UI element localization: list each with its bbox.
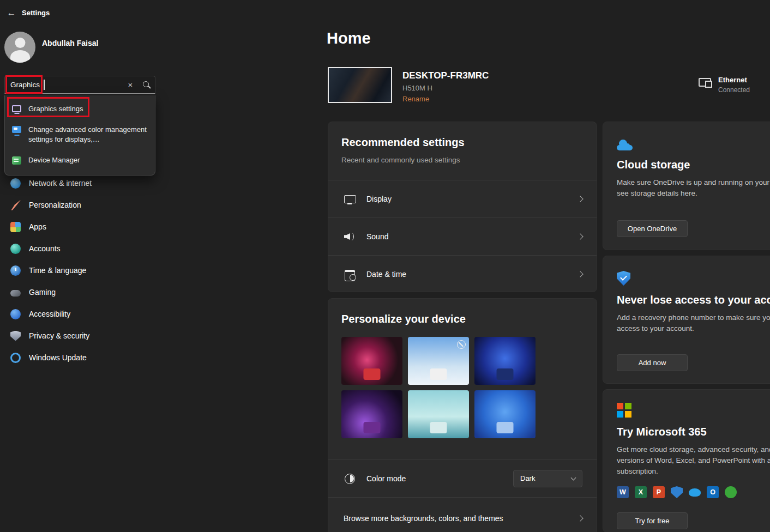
cloud-storage-card: Cloud storage Make sure OneDrive is up a… xyxy=(603,122,770,250)
sidebar-item-privacy-security[interactable]: Privacy & security xyxy=(3,325,159,347)
settings-row-label: Sound xyxy=(366,232,388,241)
theme-accent-swatch xyxy=(497,368,514,380)
update-icon xyxy=(10,353,21,363)
chevron-right-icon xyxy=(577,271,583,277)
onedrive-icon xyxy=(689,488,701,497)
avatar[interactable] xyxy=(4,32,35,63)
sidebar-item-gaming[interactable]: Gaming xyxy=(3,281,159,303)
ethernet-icon xyxy=(699,78,711,87)
rename-link[interactable]: Rename xyxy=(402,95,429,103)
sidebar-item-label: Accessibility xyxy=(29,310,70,318)
personalization-icon xyxy=(10,200,21,210)
recommended-subtitle: Recent and commonly used settings xyxy=(341,156,583,164)
family-safety-icon xyxy=(725,486,737,498)
chevron-down-icon xyxy=(571,475,576,480)
user-name: Abdullah Faisal xyxy=(42,39,98,47)
search-result-label: Device Manager xyxy=(28,155,80,165)
theme-thumbnail-windows-dark-theme[interactable] xyxy=(474,337,536,385)
browse-themes-label: Browse more backgrounds, colors, and the… xyxy=(344,514,503,523)
sidebar-item-network-internet[interactable]: Network & internet xyxy=(3,172,159,194)
shield-check-icon xyxy=(617,271,630,286)
devmgr-icon xyxy=(12,156,21,165)
search-box: × xyxy=(4,76,155,94)
theme-thumbnail-dark-floral-theme[interactable] xyxy=(341,337,402,385)
network-status-block[interactable]: Ethernet Connected xyxy=(699,76,750,94)
onedrive-cloud-icon xyxy=(617,140,633,150)
settings-row-display[interactable]: Display xyxy=(328,180,597,217)
back-button[interactable]: ← xyxy=(3,7,20,20)
personalize-card: Personalize your device Color mode Dark … xyxy=(328,298,597,532)
settings-row-label: Date & time xyxy=(366,270,406,279)
excel-icon: X xyxy=(635,486,647,498)
sidebar-item-label: Time & language xyxy=(29,266,86,275)
chevron-right-icon xyxy=(577,196,583,202)
search-result-graphics-settings[interactable]: Graphics settings xyxy=(5,99,155,119)
time-icon xyxy=(10,265,21,276)
sidebar-item-windows-update[interactable]: Windows Update xyxy=(3,347,159,368)
microsoft-365-title: Try Microsoft 365 xyxy=(617,426,770,438)
gaming-icon xyxy=(10,290,21,297)
color-mode-select[interactable]: Dark xyxy=(513,470,582,487)
datetime-icon xyxy=(344,268,356,280)
account-security-title: Never lose access to your account xyxy=(617,294,770,306)
theme-thumbnail-sunrise-theme[interactable] xyxy=(408,390,469,438)
sidebar-item-personalization[interactable]: Personalization xyxy=(3,194,159,216)
settings-row-date-time[interactable]: Date & time xyxy=(328,255,597,293)
device-thumbnail xyxy=(328,67,392,103)
window-title: Settings xyxy=(22,9,50,17)
outlook-icon: O xyxy=(707,486,719,498)
defender-icon xyxy=(671,486,683,498)
search-icon[interactable] xyxy=(139,76,155,93)
network-name: Ethernet xyxy=(718,76,750,84)
powerpoint-icon: P xyxy=(653,486,665,498)
search-results-dropdown: Graphics settingsChange advanced color m… xyxy=(4,95,155,176)
search-input[interactable] xyxy=(5,81,122,89)
theme-thumbnail-windows-light-theme[interactable] xyxy=(474,390,536,438)
browse-themes-row[interactable]: Browse more backgrounds, colors, and the… xyxy=(328,497,597,532)
sidebar-item-apps[interactable]: Apps xyxy=(3,216,159,238)
recommended-title: Recommended settings xyxy=(341,136,583,149)
search-result-label: Change advanced color management setting… xyxy=(28,125,148,144)
add-now-button[interactable]: Add now xyxy=(617,354,688,371)
sidebar-item-label: Apps xyxy=(29,222,46,231)
sidebar-item-accounts[interactable]: Accounts xyxy=(3,238,159,259)
privacy-icon xyxy=(10,331,21,341)
theme-thumbnail-glow-theme[interactable] xyxy=(341,390,402,438)
chevron-right-icon xyxy=(577,515,583,521)
settings-row-label: Display xyxy=(366,195,392,203)
recommended-rows: DisplaySoundDate & time xyxy=(328,180,597,293)
search-result-label: Graphics settings xyxy=(28,104,83,114)
search-result-change-advanced-color-management-settings-for-displays[interactable]: Change advanced color management setting… xyxy=(5,119,155,150)
cloud-storage-body: Make sure OneDrive is up and running on … xyxy=(617,177,770,199)
page-title: Home xyxy=(327,29,371,47)
network-icon xyxy=(10,178,21,189)
personalize-title: Personalize your device xyxy=(341,313,583,325)
device-model: H510M H xyxy=(402,84,432,92)
try-for-free-button[interactable]: Try for free xyxy=(617,512,688,529)
text-caret xyxy=(44,80,45,90)
sound-icon xyxy=(344,231,356,243)
theme-accent-swatch xyxy=(364,422,381,433)
color-mode-icon xyxy=(344,473,356,485)
sidebar-item-time-language[interactable]: Time & language xyxy=(3,259,159,281)
accounts-icon xyxy=(10,244,21,254)
theme-accent-swatch xyxy=(430,422,447,433)
theme-thumbnail-blossom-theme[interactable] xyxy=(408,337,469,385)
colormgmt-icon xyxy=(12,126,21,133)
theme-accent-swatch xyxy=(497,422,514,433)
hide-badge-icon xyxy=(457,340,466,349)
clear-search-icon[interactable]: × xyxy=(122,80,139,89)
sidebar-item-label: Network & internet xyxy=(29,179,92,188)
theme-thumbnails xyxy=(341,337,536,438)
theme-accent-swatch xyxy=(430,368,447,380)
color-mode-row: Color mode Dark xyxy=(328,459,597,497)
sidebar-item-label: Personalization xyxy=(29,201,81,209)
sidebar-item-accessibility[interactable]: Accessibility xyxy=(3,303,159,325)
search-result-device-manager[interactable]: Device Manager xyxy=(5,150,155,171)
chevron-right-icon xyxy=(577,233,583,239)
open-onedrive-button[interactable]: Open OneDrive xyxy=(617,220,688,237)
accessibility-icon xyxy=(10,309,21,319)
display-icon xyxy=(344,193,356,205)
settings-row-sound[interactable]: Sound xyxy=(328,217,597,255)
theme-accent-swatch xyxy=(364,368,381,380)
